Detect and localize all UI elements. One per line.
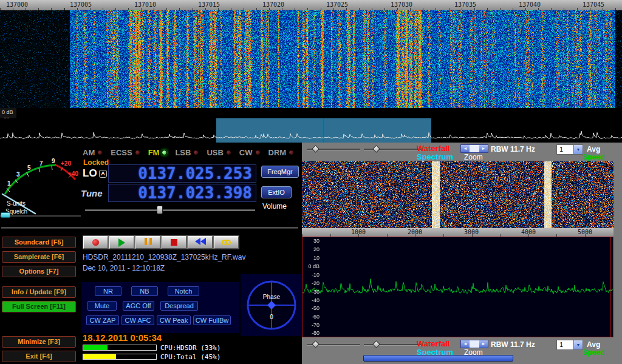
loop-button[interactable] — [214, 236, 239, 249]
zoom-spinner-track[interactable] — [470, 145, 479, 152]
af-tick-label: 3000 — [458, 229, 485, 235]
info-update-button[interactable]: Info / Update [F9] — [2, 286, 76, 298]
avg-dropdown-value: 1 — [559, 146, 563, 153]
mode-usb[interactable]: USB — [207, 148, 231, 157]
avg-dropdown-2[interactable]: 1 ▼ — [556, 340, 583, 350]
zoom-right-icon[interactable]: ► — [479, 340, 488, 348]
volume-label: Volume — [262, 202, 287, 211]
lo-lock-badge[interactable]: A — [99, 170, 107, 178]
contrast-slider-2-thumb[interactable] — [372, 340, 380, 348]
mode-fm[interactable]: FM — [148, 148, 168, 157]
dropdown-arrow-icon[interactable]: ▼ — [573, 340, 583, 349]
cw-afc-button[interactable]: CW AFC — [121, 315, 154, 325]
zoom-label: Zoom — [464, 153, 483, 161]
extio-button[interactable]: ExtIO — [261, 186, 292, 198]
dsp-panel: NR NB Notch Mute AGC Off Despread CW ZAP… — [81, 282, 239, 333]
zoom-spinner-2[interactable]: ◄ ► — [460, 340, 488, 348]
nr-button[interactable]: NR — [95, 286, 121, 296]
play-button[interactable] — [109, 236, 134, 249]
notch-button[interactable]: Notch — [168, 286, 199, 296]
af-tick-label: 5000 — [572, 229, 598, 235]
cpu-total-bar — [83, 354, 157, 360]
mute-button[interactable]: Mute — [87, 301, 117, 311]
cpu-total-fill — [83, 354, 116, 359]
freq-tick-label: 137040 — [515, 1, 544, 8]
rewind-button[interactable] — [188, 236, 213, 249]
speed-label-2: Speed — [583, 348, 604, 357]
mode-cw-led-icon — [255, 150, 261, 155]
cw-peak-button[interactable]: CW Peak — [157, 315, 191, 325]
mode-cw[interactable]: CW — [239, 148, 261, 157]
options-button[interactable]: Options [F7] — [2, 266, 76, 277]
mode-ecss[interactable]: ECSS — [111, 148, 140, 157]
main-waterfall-display[interactable] — [0, 0, 622, 108]
squelch-slider[interactable] — [0, 215, 81, 217]
dropdown-arrow-icon[interactable]: ▼ — [573, 145, 583, 154]
record-button[interactable] — [83, 236, 108, 249]
fullscreen-button[interactable]: Full Screen [F11] — [2, 301, 76, 312]
freqmgr-button[interactable]: FreqMgr — [261, 166, 299, 178]
cw-fullbw-button[interactable]: CW FullBw — [193, 315, 231, 325]
volume-slider[interactable] — [85, 209, 255, 211]
freq-tick-label: 137035 — [451, 1, 480, 8]
zoom-right-icon[interactable]: ► — [479, 145, 488, 152]
exit-button[interactable]: Exit [F4] — [2, 351, 76, 362]
avg-dropdown-2-value: 1 — [559, 341, 563, 348]
mode-lsb[interactable]: LSB — [175, 148, 199, 157]
cpu-hdsdr-bar — [83, 345, 157, 351]
brightness-slider-2-thumb[interactable] — [312, 340, 320, 348]
despread-button[interactable]: Despread — [160, 301, 198, 311]
mode-usb-led-icon — [226, 150, 231, 155]
af-db-label: -50 — [304, 305, 320, 311]
pause-icon — [143, 238, 153, 247]
tune-frequency-display[interactable]: 0137.023.398 — [108, 184, 256, 202]
main-frequency-scale[interactable]: 137000 137005 137010 137015 137020 13702… — [0, 0, 622, 10]
af-spectrum-display[interactable]: 30 20 10 0 dB -10 -20 -30 -40 -50 -60 -7… — [302, 237, 613, 337]
cpu-hdsdr-text: CPU:HDSDR (33%) — [159, 344, 222, 352]
nb-button[interactable]: NB — [131, 286, 158, 296]
mode-am-label: AM — [83, 148, 95, 157]
soundcard-button[interactable]: Soundcard [F5] — [2, 237, 76, 248]
mode-usb-label: USB — [207, 148, 223, 157]
af-db-label: -10 — [304, 272, 320, 278]
agc-button[interactable]: AGC Off — [123, 301, 154, 311]
hdsdr-window: 137000 137005 137010 137015 137020 13702… — [0, 0, 622, 364]
phase-value: 0 — [270, 314, 273, 320]
zoom-spinner[interactable]: ◄ ► — [460, 144, 488, 153]
smeter-tick-1: 1 — [7, 180, 11, 187]
af-frequency-scale[interactable]: 1000 2000 3000 4000 5000 — [302, 228, 613, 237]
zoom-left-icon[interactable]: ◄ — [461, 340, 470, 348]
af-spectrum-controls: Waterfall Spectrum ◄ ► Zoom RBW 11.7 Hz … — [302, 338, 622, 364]
mode-drm-label: DRM — [268, 148, 287, 157]
squelch-slider-thumb[interactable] — [1, 212, 10, 218]
cw-zap-button[interactable]: CW ZAP — [86, 315, 119, 325]
samplerate-button[interactable]: Samplerate [F6] — [2, 251, 76, 263]
af-db-label: 30 — [304, 238, 320, 244]
lo-frequency-display[interactable]: 0137.025.253 — [108, 164, 256, 183]
avg-dropdown[interactable]: 1 ▼ — [556, 144, 583, 155]
mode-drm[interactable]: DRM — [268, 148, 295, 157]
rbw-label: RBW 11.7 Hz — [491, 145, 535, 153]
af-waterfall-display[interactable] — [302, 161, 613, 228]
zoom-spinner-track[interactable] — [470, 340, 479, 348]
speed-label: Speed — [583, 153, 604, 161]
zoom-range-slider[interactable] — [363, 355, 513, 362]
brightness-slider-thumb[interactable] — [312, 145, 320, 153]
rbw-label-2: RBW 11.7 Hz — [491, 340, 535, 349]
mode-am[interactable]: AM — [83, 148, 103, 157]
minimize-button[interactable]: Minimize [F3] — [2, 336, 76, 348]
cpu-total-text: CPU:Total (45%) — [159, 353, 222, 361]
zoom-left-icon[interactable]: ◄ — [461, 145, 470, 152]
stop-button[interactable] — [162, 236, 186, 249]
play-icon — [118, 238, 125, 247]
af-db-label: -80 — [304, 330, 320, 336]
pause-button[interactable] — [135, 236, 160, 249]
freq-tick-label: 137015 — [194, 1, 224, 8]
contrast-slider-thumb[interactable] — [372, 145, 380, 153]
tuning-slider[interactable] — [1, 228, 298, 229]
main-spectrum-display[interactable] — [0, 118, 622, 143]
date-time-display: 18.12.2011 0:05:34 — [83, 332, 162, 343]
volume-slider-thumb[interactable] — [157, 206, 163, 214]
phase-scope: Phase 0 — [241, 274, 302, 336]
freq-tick-label: 137030 — [387, 1, 416, 8]
